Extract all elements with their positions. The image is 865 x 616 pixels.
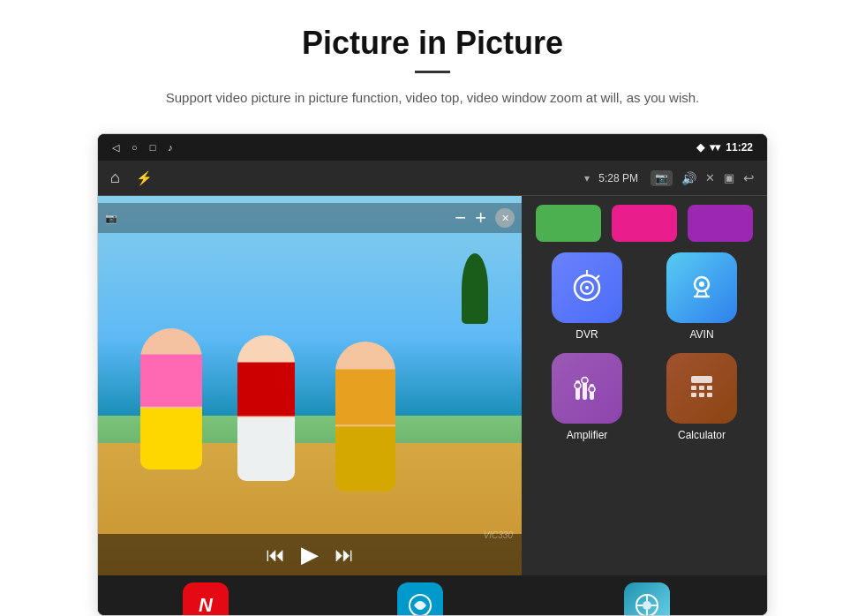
svg-rect-19 — [707, 386, 712, 390]
person-1 — [140, 328, 202, 470]
home-icon[interactable]: ⌂ — [110, 169, 120, 187]
app-grid-area: DVR AVIN — [522, 196, 767, 575]
app-bar-right: ▾ 5:28 PM 📷 🔊 ✕ ▣ ↩ — [584, 170, 755, 186]
amplifier-svg-icon — [570, 372, 604, 405]
usb-icon[interactable]: ⚡ — [136, 170, 153, 186]
app-icons-grid: DVR AVIN — [532, 252, 756, 441]
svg-text:N: N — [199, 594, 214, 616]
status-bar: ◁ ○ □ ♪ ◆ ▾▾ 11:22 — [98, 134, 767, 161]
top-btn-green[interactable] — [536, 205, 601, 242]
title-divider — [415, 71, 450, 73]
pip-minimize-btn[interactable]: − — [455, 207, 466, 229]
back-icon[interactable]: ↩ — [743, 170, 755, 186]
svg-rect-21 — [699, 393, 704, 397]
nav-recent-icon[interactable]: □ — [150, 142, 156, 153]
amplifier-label: Amplifier — [567, 429, 608, 441]
app-icon-dvr[interactable]: DVR — [536, 252, 638, 341]
bottom-app-siriusxm[interactable]: SiriusXM — [397, 582, 443, 616]
avin-icon-box — [666, 252, 737, 323]
siriusxm-icon-box — [397, 582, 443, 616]
svg-rect-20 — [691, 393, 696, 397]
svg-rect-22 — [707, 393, 712, 397]
app-icon-avin[interactable]: AVIN — [651, 252, 753, 341]
wheelkey-svg-icon — [634, 592, 660, 616]
pip-prev-btn[interactable]: ⏮ — [266, 544, 285, 567]
app-icon-amplifier[interactable]: Amplifier — [536, 353, 638, 441]
pip-next-btn[interactable]: ⏭ — [335, 544, 354, 567]
svg-rect-18 — [699, 386, 704, 390]
pip-expand-btn[interactable]: + — [475, 207, 486, 229]
app-bar-left: ⌂ ⚡ — [110, 169, 153, 187]
camera-icon[interactable]: 📷 — [651, 170, 673, 186]
pip-area: 📷 − + ✕ ⏮ ▶ ⏭ VIC330 — [98, 196, 522, 575]
svg-rect-16 — [691, 376, 712, 383]
dvr-label: DVR — [575, 328, 598, 341]
nav-back-icon[interactable]: ◁ — [112, 142, 119, 154]
status-bar-right: ◆ ▾▾ 11:22 — [696, 141, 753, 154]
page-title: Picture in Picture — [35, 25, 830, 62]
bottom-app-row: N Netflix SiriusXM — [98, 575, 767, 616]
svg-rect-17 — [691, 386, 696, 390]
top-btn-pink[interactable] — [612, 205, 677, 242]
pip-video: 📷 − + ✕ ⏮ ▶ ⏭ VIC330 — [98, 196, 522, 575]
page-subtitle: Support video picture in picture functio… — [124, 87, 741, 109]
top-btn-purple[interactable] — [688, 205, 753, 242]
pip-camera-icon: 📷 — [105, 213, 117, 224]
pip-controls-bar: 📷 − + ✕ — [98, 203, 522, 233]
netflix-icon-box: N — [183, 582, 229, 616]
status-bar-nav: ◁ ○ □ ♪ — [112, 142, 173, 154]
svg-point-6 — [699, 282, 704, 287]
watermark: VIC330 — [484, 530, 513, 540]
wheelkey-icon-box — [624, 582, 670, 616]
calculator-svg-icon — [686, 372, 718, 404]
close-x-icon[interactable]: ✕ — [705, 171, 715, 184]
pip-icon[interactable]: ▣ — [724, 171, 734, 184]
app-icon-calculator[interactable]: Calculator — [651, 353, 753, 441]
svg-point-13 — [575, 383, 581, 389]
location-icon: ◆ — [696, 141, 704, 154]
avin-svg-icon — [686, 272, 718, 304]
pip-playback: ⏮ ▶ ⏭ — [98, 534, 522, 575]
svg-point-26 — [643, 601, 651, 610]
dvr-svg-icon — [569, 270, 605, 305]
pip-photo-bg — [98, 196, 522, 575]
app-top-row — [532, 205, 756, 242]
app-bar-time: 5:28 PM — [598, 172, 638, 184]
amplifier-icon-box — [552, 353, 622, 424]
pip-play-btn[interactable]: ▶ — [301, 541, 319, 568]
dvr-icon-box — [552, 252, 622, 323]
svg-line-4 — [596, 275, 599, 279]
pip-close-btn[interactable]: ✕ — [495, 208, 515, 228]
main-content: 📷 − + ✕ ⏮ ▶ ⏭ VIC330 — [98, 196, 767, 575]
nav-music-icon[interactable]: ♪ — [168, 142, 173, 153]
netflix-svg-icon: N — [192, 592, 219, 616]
page-header: Picture in Picture Support video picture… — [0, 0, 865, 117]
svg-point-2 — [585, 286, 589, 289]
pip-window-controls: − + ✕ — [455, 207, 515, 229]
siriusxm-svg-icon — [407, 592, 433, 616]
calculator-icon-box — [666, 353, 737, 424]
svg-point-15 — [589, 387, 595, 393]
svg-point-14 — [582, 378, 588, 384]
pip-close-icon: ✕ — [501, 213, 509, 224]
app-bar: ⌂ ⚡ ▾ 5:28 PM 📷 🔊 ✕ ▣ ↩ — [98, 161, 767, 196]
person-2 — [237, 335, 295, 481]
calculator-label: Calculator — [678, 429, 726, 441]
nav-home-icon[interactable]: ○ — [132, 142, 138, 153]
device-container: ◁ ○ □ ♪ ◆ ▾▾ 11:22 ⌂ ⚡ ▾ 5:28 PM 📷 🔊 ✕ ▣… — [97, 133, 768, 616]
tree — [462, 253, 488, 324]
status-time: 11:22 — [726, 141, 753, 154]
wifi-icon: ▾▾ — [710, 141, 720, 154]
wifi-bar-icon: ▾ — [584, 172, 590, 184]
volume-icon[interactable]: 🔊 — [681, 171, 696, 185]
person-3 — [335, 342, 395, 492]
bottom-app-netflix[interactable]: N Netflix — [183, 582, 229, 616]
avin-label: AVIN — [689, 328, 713, 341]
bottom-app-wheelkey[interactable]: Wheelkey Study — [613, 582, 682, 616]
